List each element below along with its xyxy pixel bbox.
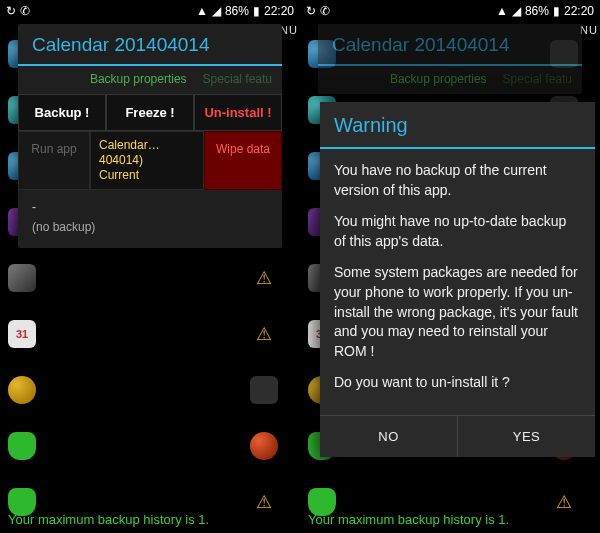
warning-body: You have no backup of the current versio…: [320, 149, 595, 415]
battery-percent: 86%: [225, 4, 249, 18]
history-dash: -: [32, 200, 268, 214]
warning-title: Warning: [320, 102, 595, 149]
warning-no-button[interactable]: NO: [320, 416, 457, 457]
uninstall-button[interactable]: Un-install !: [194, 94, 282, 131]
status-bar: ↻ ✆ ▲ ◢ 86% ▮ 22:20: [0, 0, 300, 22]
current-version-cell: Calendar…404014) Current: [90, 131, 204, 190]
warning-yes-button[interactable]: YES: [457, 416, 595, 457]
bg-app-icon: 31: [8, 320, 36, 348]
screen-left: 31 ↻ ✆ ▲ ◢ 86% ▮ 22:20 NU Calendar 20140…: [0, 0, 300, 533]
dialog-tabs: Backup properties Special featu: [318, 66, 582, 94]
freeze-button[interactable]: Freeze !: [106, 94, 194, 131]
dialog-title: Calendar 201404014: [318, 24, 582, 66]
footer-note: Your maximum backup history is 1.: [0, 512, 300, 527]
signal-icon: ◢: [212, 4, 221, 18]
status-bar: ↻ ✆ ▲ ◢ 86% ▮ 22:20: [300, 0, 600, 22]
app-dialog: Calendar 201404014 Backup properties Spe…: [18, 24, 282, 248]
run-app-button[interactable]: Run app: [18, 131, 90, 190]
call-icon: ✆: [20, 4, 30, 18]
dialog-title: Calendar 201404014: [18, 24, 282, 66]
warning-button-row: NO YES: [320, 415, 595, 457]
action-row-2: Run app Calendar…404014) Current Wipe da…: [18, 131, 282, 190]
bg-app-icon: [250, 320, 278, 348]
bg-app-icon: [250, 376, 278, 404]
bg-app-icon: [250, 264, 278, 292]
warning-text-3: Some system packages are needed for your…: [334, 263, 581, 361]
sync-icon: ↻: [306, 4, 316, 18]
battery-percent: 86%: [525, 4, 549, 18]
bg-app-icon: [8, 376, 36, 404]
dialog-tabs: Backup properties Special featu: [18, 66, 282, 94]
bg-app-icon: [250, 432, 278, 460]
footer-note: Your maximum backup history is 1.: [300, 512, 600, 527]
call-icon: ✆: [320, 4, 330, 18]
app-dialog-dimmed: Calendar 201404014 Backup properties Spe…: [318, 24, 582, 94]
warning-text-2: You might have no up-to-date backup of t…: [334, 212, 581, 251]
screen-right: 31 ↻ ✆ ▲ ◢ 86% ▮ 22:20 NU Calendar 20140…: [300, 0, 600, 533]
tab-backup-properties: Backup properties: [390, 72, 487, 86]
wifi-icon: ▲: [496, 4, 508, 18]
header-fragment: NU: [580, 24, 598, 36]
tab-special-features: Special featu: [503, 72, 572, 86]
battery-icon: ▮: [553, 4, 560, 18]
current-line2: Current: [99, 168, 195, 183]
battery-icon: ▮: [253, 4, 260, 18]
header-fragment: NU: [280, 24, 298, 36]
tab-backup-properties[interactable]: Backup properties: [90, 72, 187, 86]
current-line1: Calendar…404014): [99, 138, 195, 168]
warning-text-1: You have no backup of the current versio…: [334, 161, 581, 200]
bg-app-icon: [8, 432, 36, 460]
sync-icon: ↻: [6, 4, 16, 18]
status-time: 22:20: [564, 4, 594, 18]
warning-dialog: Warning You have no backup of the curren…: [320, 102, 595, 457]
wifi-icon: ▲: [196, 4, 208, 18]
warning-text-4: Do you want to un-install it ?: [334, 373, 581, 393]
tab-special-features[interactable]: Special featu: [203, 72, 272, 86]
wipe-data-button[interactable]: Wipe data: [204, 131, 282, 190]
history-no-backup: (no backup): [32, 220, 268, 234]
signal-icon: ◢: [512, 4, 521, 18]
bg-app-icon: [8, 264, 36, 292]
status-time: 22:20: [264, 4, 294, 18]
action-row-1: Backup ! Freeze ! Un-install !: [18, 94, 282, 131]
backup-history: - (no backup): [18, 190, 282, 248]
backup-button[interactable]: Backup !: [18, 94, 106, 131]
